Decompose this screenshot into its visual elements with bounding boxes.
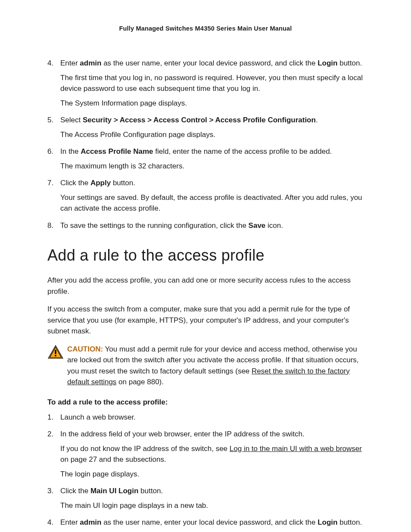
step-paragraph: Your settings are saved. By default, the… [60, 192, 364, 214]
step-paragraph: In the address field of your web browser… [60, 429, 364, 440]
step-paragraph: The login page displays. [60, 469, 364, 480]
step-paragraph: To save the settings to the running conf… [60, 220, 364, 231]
step-item: 7.Click the Apply button.Your settings a… [47, 177, 364, 218]
step-paragraph: In the Access Profile Name field, enter … [60, 146, 364, 157]
page-header: Fully Managed Switches M4350 Series Main… [47, 25, 364, 32]
step-paragraph: The System Information page displays. [60, 98, 364, 109]
svg-rect-2 [55, 350, 56, 354]
step-item: 1.Launch a web browser. [47, 412, 364, 426]
procedure-heading: To add a rule to the access profile: [47, 398, 364, 407]
step-paragraph: Enter admin as the user name, enter your… [60, 517, 364, 528]
step-body: Click the Apply button.Your settings are… [60, 177, 364, 218]
step-item: 3.Click the Main UI Login button.The mai… [47, 485, 364, 514]
step-number: 8. [47, 220, 60, 235]
step-body: Select Security > Access > Access Contro… [60, 115, 364, 143]
step-item: 4.Enter admin as the user name, enter yo… [47, 517, 364, 532]
step-body: In the address field of your web browser… [60, 429, 364, 483]
step-paragraph: Launch a web browser. [60, 412, 364, 423]
step-body: Enter admin as the user name, enter your… [60, 517, 364, 532]
step-number: 5. [47, 115, 60, 143]
step-number: 4. [47, 58, 60, 112]
step-number: 6. [47, 146, 60, 175]
svg-rect-3 [55, 355, 56, 356]
step-paragraph: If you do not know the IP address of the… [60, 443, 364, 465]
step-paragraph: Select Security > Access > Access Contro… [60, 115, 364, 126]
step-body: In the Access Profile Name field, enter … [60, 146, 364, 175]
step-item: 5.Select Security > Access > Access Cont… [47, 115, 364, 143]
caution-label: CAUTION: [67, 345, 103, 353]
steps-list-bottom: 1.Launch a web browser.2.In the address … [47, 412, 364, 532]
step-paragraph: The maximum length is 32 characters. [60, 161, 364, 172]
step-paragraph: The first time that you log in, no passw… [60, 72, 364, 94]
step-item: 8.To save the settings to the running co… [47, 220, 364, 235]
step-paragraph: Enter admin as the user name, enter your… [60, 58, 364, 69]
step-item: 4.Enter admin as the user name, enter yo… [47, 58, 364, 112]
step-number: 3. [47, 485, 60, 514]
cross-reference-link[interactable]: Reset the switch to the factory default … [67, 367, 350, 386]
step-body: Click the Main UI Login button.The main … [60, 485, 364, 514]
caution-icon [47, 344, 67, 363]
step-body: Enter admin as the user name, enter your… [60, 58, 364, 112]
cross-reference-link[interactable]: Log in to the main UI with a web browser [230, 445, 362, 453]
step-paragraph: The Access Profile Configuration page di… [60, 129, 364, 140]
step-item: 2.In the address field of your web brows… [47, 429, 364, 483]
step-body: Launch a web browser. [60, 412, 364, 426]
step-number: 4. [47, 517, 60, 532]
step-number: 2. [47, 429, 60, 483]
intro-paragraph: After you add the access profile, you ca… [47, 275, 364, 297]
caution-text: CAUTION: You must add a permit rule for … [67, 344, 364, 388]
step-number: 1. [47, 412, 60, 426]
step-paragraph: Click the Apply button. [60, 177, 364, 189]
intro-paragraphs: After you add the access profile, you ca… [47, 275, 364, 337]
caution-block: CAUTION: You must add a permit rule for … [47, 344, 364, 388]
intro-paragraph: If you access the switch from a computer… [47, 304, 364, 337]
step-number: 7. [47, 177, 60, 218]
step-body: To save the settings to the running conf… [60, 220, 364, 235]
steps-list-top: 4.Enter admin as the user name, enter yo… [47, 58, 364, 234]
step-paragraph: The main UI login page displays in a new… [60, 500, 364, 511]
step-item: 6.In the Access Profile Name field, ente… [47, 146, 364, 175]
section-heading: Add a rule to the access profile [47, 246, 364, 264]
step-paragraph: Click the Main UI Login button. [60, 485, 364, 497]
